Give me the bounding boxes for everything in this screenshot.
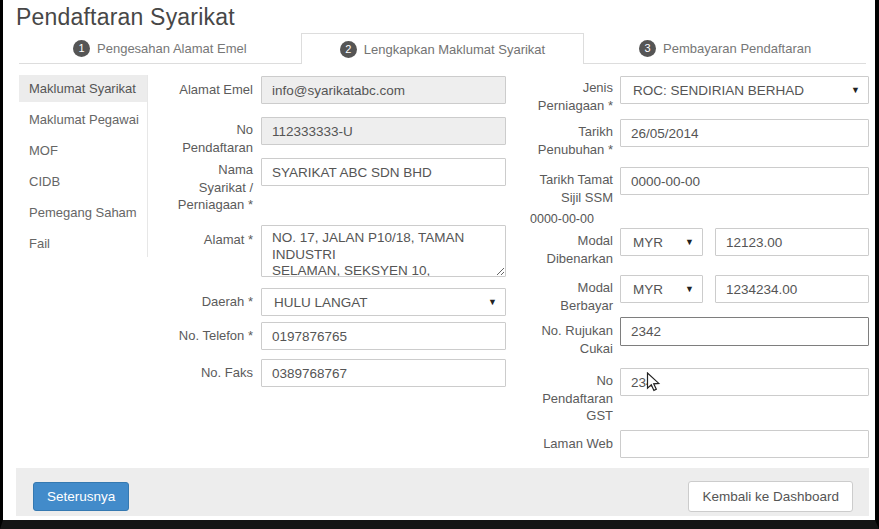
modal-berbayar-input[interactable] [715,275,869,303]
modal-berbayar-label: Modal Berbayar [519,279,613,314]
page-title: Pendaftaran Syarikat [16,4,235,31]
no-pendaftaran-gst-input[interactable] [620,368,869,396]
no-telefon-label: No. Telefon * [159,327,253,345]
jenis-perniagaan-select[interactable]: ROC: SENDIRIAN BERHAD [620,76,869,104]
nama-syarikat-label: Nama Syarikat / Perniagaan * [159,161,253,214]
sidebar-item-mof[interactable]: MOF [19,137,147,164]
tarikh-penubuhan-label: Tarikh Penubuhan * [519,123,613,158]
kembali-ke-dashboard-button[interactable]: Kembali ke Dashboard [688,481,853,512]
footer-bar: Seterusnya Kembali ke Dashboard [16,468,869,516]
sidebar-item-maklumat-syarikat[interactable]: Maklumat Syarikat [19,75,147,102]
tab-label: Pengesahan Alamat Emel [97,41,247,56]
laman-web-label: Laman Web [519,435,613,453]
sidebar-item-cidb[interactable]: CIDB [19,168,147,195]
jenis-perniagaan-label: Jenis Perniagaan * [519,79,613,114]
step-2-badge-icon: 2 [340,41,357,58]
tab-pengesahan-alamat-emel[interactable]: 1 Pengesahan Alamat Emel [19,33,301,64]
tarikh-tamat-sijil-ssm-label: Tarikh Tamat Sijil SSM [519,171,613,206]
nama-syarikat-input[interactable] [261,158,506,186]
stray-date-text: 0000-00-00 [530,212,594,226]
tab-lengkapkan-maklumat-syarikat[interactable]: 2 Lengkapkan Maklumat Syarikat [301,33,585,64]
step-1-badge-icon: 1 [73,40,90,57]
tab-label: Pembayaran Pendaftaran [663,41,811,56]
sidebar-item-pemegang-saham[interactable]: Pemegang Saham [19,199,147,226]
no-pendaftaran-input[interactable] [261,117,506,145]
modal-berbayar-currency-select[interactable]: MYR [620,275,703,303]
sidebar-item-maklumat-pegawai[interactable]: Maklumat Pegawai [19,106,147,133]
no-rujukan-cukai-label: No. Rujukan Cukai [519,322,613,357]
alamat-emel-input[interactable] [261,76,506,104]
alamat-textarea[interactable]: NO. 17, JALAN P10/18, TAMAN INDUSTRI SEL… [261,225,506,277]
laman-web-input[interactable] [620,430,869,458]
alamat-emel-label: Alamat Emel [159,81,253,99]
tab-label: Lengkapkan Maklumat Syarikat [364,42,545,57]
modal-dibenarkan-currency-select[interactable]: MYR [620,228,703,256]
no-telefon-input[interactable] [261,322,506,350]
no-rujukan-cukai-input[interactable] [620,317,869,346]
step-3-badge-icon: 3 [639,40,656,57]
modal-dibenarkan-label: Modal Dibenarkan [519,232,613,267]
alamat-label: Alamat * [159,231,253,249]
sidebar-item-fail[interactable]: Fail [19,230,147,257]
tarikh-tamat-sijil-ssm-input[interactable] [620,167,869,195]
registration-window: Pendaftaran Syarikat 1 Pengesahan Alamat… [0,0,879,529]
no-pendaftaran-label: No Pendaftaran [159,121,253,156]
no-faks-input[interactable] [261,359,506,387]
sidebar-divider [147,75,148,257]
tarikh-penubuhan-input[interactable] [620,119,869,147]
seterusnya-button[interactable]: Seterusnya [33,482,129,511]
wizard-tabs: 1 Pengesahan Alamat Emel 2 Lengkapkan Ma… [19,33,866,64]
daerah-label: Daerah * [159,293,253,311]
no-pendaftaran-gst-label: No Pendaftaran GST [519,372,613,425]
modal-dibenarkan-input[interactable] [715,228,869,256]
no-faks-label: No. Faks [159,364,253,382]
daerah-select[interactable]: HULU LANGAT [261,288,506,316]
tab-pembayaran-pendaftaran[interactable]: 3 Pembayaran Pendaftaran [584,33,866,64]
